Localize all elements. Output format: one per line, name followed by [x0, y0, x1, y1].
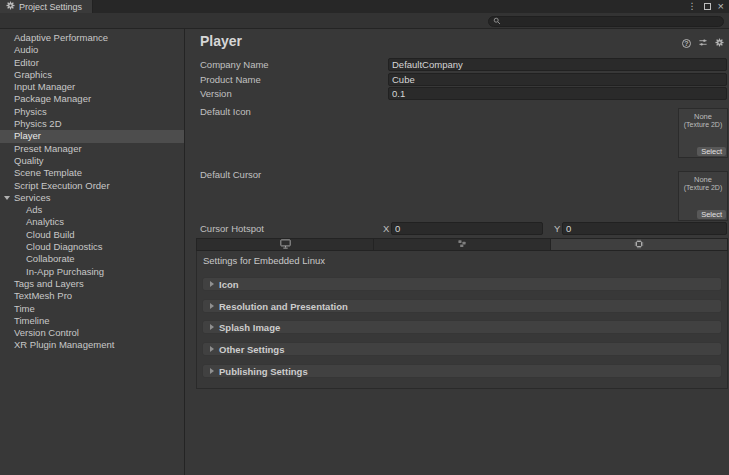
group-other-settings[interactable]: Other Settings [202, 342, 722, 356]
sidebar-item-tags-and-layers[interactable]: Tags and Layers [0, 278, 184, 290]
default-icon-label: Default Icon [200, 105, 251, 118]
texture-none-text: None [679, 175, 727, 184]
sidebar-item-preset-manager[interactable]: Preset Manager [0, 143, 184, 155]
platform-tab-bar [196, 238, 728, 251]
sidebar-item-graphics[interactable]: Graphics [0, 69, 184, 81]
sidebar-item-input-manager[interactable]: Input Manager [0, 81, 184, 93]
sidebar-item-physics[interactable]: Physics [0, 106, 184, 118]
group-label: Resolution and Presentation [219, 301, 348, 312]
default-icon-select-button[interactable]: Select [697, 147, 726, 156]
texture-type-text: (Texture 2D) [679, 184, 727, 191]
sidebar-item-player[interactable]: Player [0, 130, 184, 142]
sidebar-item-time[interactable]: Time [0, 303, 184, 315]
tab-embedded-linux-platform[interactable] [551, 239, 727, 250]
cursor-hotspot-label: Cursor Hotspot [200, 222, 264, 235]
company-name-label: Company Name [200, 58, 269, 71]
group-icon[interactable]: Icon [202, 277, 722, 291]
settings-category-sidebar: Adaptive Performance Audio Editor Graphi… [0, 29, 185, 475]
chevron-right-icon [210, 346, 214, 352]
settings-section-header: Settings for Embedded Linux [203, 255, 325, 266]
sidebar-item-timeline[interactable]: Timeline [0, 315, 184, 327]
sidebar-item-in-app-purchasing[interactable]: In-App Purchasing [0, 266, 184, 278]
default-cursor-select-button[interactable]: Select [697, 210, 726, 219]
search-icon [493, 16, 501, 27]
group-label: Publishing Settings [219, 366, 308, 377]
desktop-monitor-icon [280, 239, 291, 251]
group-label: Splash Image [219, 322, 280, 333]
default-cursor-label: Default Cursor [200, 168, 261, 181]
search-input[interactable] [504, 16, 704, 26]
sidebar-item-script-execution-order[interactable]: Script Execution Order [0, 180, 184, 192]
page-title: Player [200, 33, 242, 49]
group-label: Other Settings [219, 344, 284, 355]
kebab-menu-icon[interactable]: ⋮ [688, 0, 697, 13]
window-titlebar: Project Settings ⋮ × [0, 0, 729, 13]
gear-icon[interactable] [715, 38, 724, 49]
chevron-right-icon [210, 303, 214, 309]
sidebar-item-package-manager[interactable]: Package Manager [0, 93, 184, 105]
company-name-input[interactable] [388, 58, 727, 71]
project-settings-window-tab[interactable]: Project Settings [0, 0, 93, 13]
default-icon-texture-slot[interactable]: None (Texture 2D) Select [678, 108, 728, 158]
sidebar-item-label: Services [14, 192, 50, 203]
chevron-right-icon [210, 281, 214, 287]
product-name-input[interactable] [388, 73, 727, 86]
presets-icon[interactable] [698, 38, 708, 49]
group-resolution-and-presentation[interactable]: Resolution and Presentation [202, 299, 722, 313]
chevron-right-icon [210, 368, 214, 374]
texture-none-text: None [679, 112, 727, 121]
sidebar-item-analytics[interactable]: Analytics [0, 216, 184, 228]
default-cursor-texture-slot[interactable]: None (Texture 2D) Select [678, 171, 728, 221]
close-icon[interactable]: × [718, 0, 724, 13]
sidebar-item-adaptive-performance[interactable]: Adaptive Performance [0, 32, 184, 44]
hotspot-x-input[interactable] [391, 222, 543, 235]
tab-desktop-platform[interactable] [197, 239, 374, 250]
group-splash-image[interactable]: Splash Image [202, 320, 722, 334]
sidebar-item-physics-2d[interactable]: Physics 2D [0, 118, 184, 130]
embedded-linux-icon [634, 239, 644, 251]
dedicated-server-icon [457, 239, 467, 250]
sidebar-item-cloud-build[interactable]: Cloud Build [0, 229, 184, 241]
sidebar-item-version-control[interactable]: Version Control [0, 327, 184, 339]
group-publishing-settings[interactable]: Publishing Settings [202, 364, 722, 378]
sidebar-item-audio[interactable]: Audio [0, 44, 184, 56]
version-input[interactable] [388, 87, 727, 100]
window-title: Project Settings [19, 2, 82, 12]
sidebar-item-textmesh-pro[interactable]: TextMesh Pro [0, 290, 184, 302]
tab-dedicated-server-platform[interactable] [374, 239, 551, 250]
sidebar-item-editor[interactable]: Editor [0, 57, 184, 69]
hotspot-x-label: X [383, 222, 389, 235]
toolbar [0, 13, 729, 29]
sidebar-item-services[interactable]: Services [0, 192, 184, 204]
sidebar-item-scene-template[interactable]: Scene Template [0, 167, 184, 179]
sidebar-item-ads[interactable]: Ads [0, 204, 184, 216]
hotspot-y-input[interactable] [562, 222, 727, 235]
search-box[interactable] [488, 16, 724, 27]
help-icon[interactable]: ? [682, 39, 691, 48]
texture-type-text: (Texture 2D) [679, 121, 727, 128]
maximize-icon[interactable] [704, 3, 711, 10]
sidebar-item-collaborate[interactable]: Collaborate [0, 253, 184, 265]
chevron-right-icon [210, 324, 214, 330]
sidebar-item-cloud-diagnostics[interactable]: Cloud Diagnostics [0, 241, 184, 253]
sidebar-item-xr-plugin-management[interactable]: XR Plugin Management [0, 339, 184, 351]
group-label: Icon [219, 279, 239, 290]
chevron-down-icon [4, 196, 10, 200]
version-label: Version [200, 87, 232, 100]
product-name-label: Product Name [200, 73, 261, 86]
sidebar-item-quality[interactable]: Quality [0, 155, 184, 167]
player-settings-panel: Player ? Company Name Product Name Versi… [186, 29, 729, 475]
gear-icon [6, 1, 15, 12]
embedded-linux-settings-section: Settings for Embedded Linux Icon Resolut… [196, 251, 728, 389]
hotspot-y-label: Y [554, 222, 560, 235]
